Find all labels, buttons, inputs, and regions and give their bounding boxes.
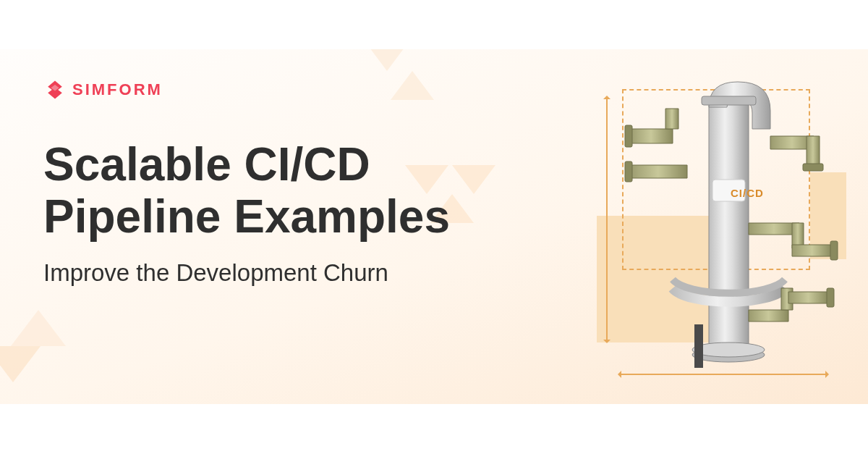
pipes-icon [586,78,846,382]
decorative-triangle [365,49,409,71]
svg-rect-2 [702,96,756,105]
decorative-triangle [391,71,434,100]
svg-rect-9 [827,288,834,307]
brand-name: SIMFORM [72,80,163,99]
headline-line2: Pipeline Examples [43,190,450,243]
banner-frame: SIMFORM Scalable CI/CD Pipeline Examples… [0,0,868,454]
decorative-triangle [11,310,66,346]
headline: Scalable CI/CD Pipeline Examples [43,139,450,243]
svg-rect-10 [694,324,703,368]
decorative-triangle [0,346,41,382]
pipeline-illustration: CI/CD [586,78,846,382]
svg-rect-0 [709,100,749,353]
headline-highlight: CI/CD [244,139,370,191]
brand-mark-icon [45,80,65,100]
headline-line1-prefix: Scalable [43,138,244,190]
svg-rect-5 [625,125,632,147]
svg-rect-6 [625,161,632,182]
banner-background: SIMFORM Scalable CI/CD Pipeline Examples… [0,49,868,404]
svg-rect-8 [830,241,838,260]
illustration-label: CI/CD [731,187,764,199]
decorative-triangle [452,165,495,194]
svg-rect-7 [803,164,823,171]
subheadline: Improve the Development Churn [43,259,388,287]
brand-logo: SIMFORM [45,80,163,100]
